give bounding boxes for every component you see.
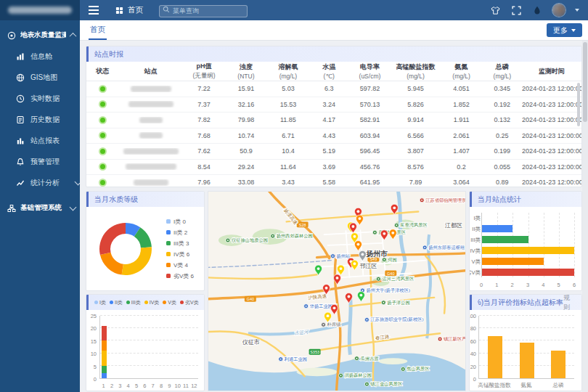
legend-label: I类 0 [173,218,186,226]
gridline [100,327,198,328]
x-tick-label: 1 [495,282,498,288]
sidebar-item-实时数据[interactable]: 实时数据 [0,88,80,109]
svg-text:G40: G40 [387,271,394,276]
sidebar-item-站点报表[interactable]: 站点报表 [0,130,80,151]
segment-II类 [102,373,107,378]
table-row[interactable]: 7.6810.746.714.43603.946.5662.0610.25202… [86,128,581,144]
value-cell: 33.08 [225,179,267,186]
sidebar-collapse-button[interactable] [86,4,105,17]
column-header: 监测时间 [522,67,581,76]
chevron-up-icon [70,33,77,40]
sidebar-item-统计分析[interactable]: 统计分析 [0,172,80,193]
exceed-plot-area [478,316,574,379]
segment-III类 [102,366,107,373]
avatar[interactable] [552,4,565,17]
y-tick-label: 40 [470,351,476,357]
x-tick-label: 2 [110,383,113,389]
value-cell: 0.055 [483,163,523,171]
page-scrollbar[interactable] [582,41,588,392]
value-cell: 7.22 [183,85,225,92]
value-cell: 5.826 [391,101,440,108]
poi-镇江金山风景区[interactable]: 镇江金山风景区 [364,381,402,387]
table-row[interactable]: 8.5429.2411.643.69456.768.5760.20.055202… [86,160,581,176]
column-header: pH值(无量纲) [183,62,225,81]
bar-劣V类[interactable] [482,269,574,276]
sidebar-item-label: 站点报表 [30,136,60,146]
station-cell [118,163,183,170]
bar-V类[interactable] [482,258,544,265]
annual-legend: I类II类III类IV类V类劣V类 [94,299,199,306]
panel-title: 当月评价指标站点超标率(%) [478,298,563,308]
station-cell [118,148,183,155]
table-row[interactable]: 7.2215.915.036.3597.825.9454.0510.345202… [86,81,581,97]
bar-总磷[interactable] [551,351,565,378]
flame-icon[interactable] [531,4,543,16]
value-cell: 7.37 [183,101,225,108]
value-cell: 7.82 [183,116,225,123]
poi-运河三湾风景区[interactable]: 运河三湾风景区 [376,276,414,282]
map-panel[interactable]: G40G40S28S49S353 茱萸湾风景区唐子城风景区扬州东部客运枢纽扬州西… [208,191,466,391]
value-cell: 0.25 [483,132,523,139]
exceed-rate-bar-chart: 020406080100高锰酸盐指数氨氮总磷 [470,310,581,391]
table-row[interactable]: 7.9633.083.435.58641.957.893.0640.892024… [86,175,581,187]
x-tick-label: 3 [118,383,121,389]
sidebar-item-label: GIS地图 [30,73,57,83]
donut-slice-V类[interactable] [100,252,123,274]
bar-氨氮[interactable] [520,343,534,378]
segment-V类 [102,340,107,351]
poi-扬州东部客运枢纽[interactable]: 扬州东部客运枢纽 [422,245,465,250]
sidebar-group-1[interactable]: 基础管理系统 [0,193,80,219]
legend-label: IV类 [150,299,160,306]
caret-down-icon[interactable] [575,9,579,12]
poi-扬州站[interactable]: 扬州站 [331,253,351,259]
road-shield-S28: S28 [297,221,309,227]
panel-title: 当月水质等级 [94,195,138,205]
theme-shirt-icon[interactable] [489,4,501,16]
value-cell: 2.061 [441,132,483,139]
table-header-row: 状态站点pH值(无量纲)浊度(NTU)溶解氧(mg/L)水温(℃)电导率(uS/… [86,62,581,81]
status-dot-normal [99,131,107,139]
column-header: 总磷(mg/L) [483,62,523,80]
sidebar-group-label: 地表水质量监测系统 [20,30,66,40]
poi-江苏省邵伯闸管理所[interactable]: 江苏省邵伯闸管理所 [420,197,465,203]
x-tick-label: 3 [526,282,529,288]
donut-slice-劣V类[interactable] [99,223,126,255]
poi-扬州大学(扬子津校区)[interactable]: 扬州大学(扬子津校区) [360,287,410,293]
value-cell: 6.566 [391,132,440,139]
bar-II类[interactable] [482,225,513,232]
legend-dot [110,301,113,304]
poi-江苏旅游职业学院(新校区)[interactable]: 江苏旅游职业学院(新校区) [364,317,423,322]
donut-slice-IV类[interactable] [122,247,152,275]
fullscreen-icon[interactable] [510,4,522,16]
search-input[interactable] [159,5,248,17]
value-cell: 32.16 [225,101,267,108]
poi-朴席镇[interactable]: 朴席镇 [322,322,342,327]
city-map[interactable]: G40G40S28S49S353 茱萸湾风景区唐子城风景区扬州东部客运枢纽扬州西… [208,192,465,391]
sidebar-item-历史数据[interactable]: 历史数据 [0,109,80,130]
table-scrollbar[interactable] [577,83,580,126]
rules-link[interactable]: 规则 [563,294,576,312]
value-cell: 7.96 [183,179,225,186]
sidebar-group-0[interactable]: 地表水质量监测系统 [0,20,80,46]
tab-home[interactable]: 首页 [89,20,107,40]
poi-仪征捺山地质公园[interactable]: 仪征捺山地质公园 [226,237,268,243]
gridline [479,315,574,316]
table-row[interactable]: 7.6250.910.45.19596.453.8071.4070.199202… [86,144,581,160]
bar-IV类[interactable] [482,247,574,254]
table-row[interactable]: 7.3732.1615.533.24570.135.8261.8520.1922… [86,97,581,113]
legend-label: II类 2 [173,229,187,237]
sidebar-item-GIS地图[interactable]: GIS地图 [0,67,80,88]
sidebar-item-预警管理[interactable]: 预警管理 [0,151,80,172]
value-cell: 0.132 [483,116,523,123]
segment-劣V类 [102,326,107,341]
bar-III类[interactable] [482,236,528,243]
poi-扬州西郊森林公园[interactable]: 扬州西郊森林公园 [271,233,313,239]
station-name-redacted [134,179,168,186]
legend-item-II类: II类 [110,299,123,306]
sidebar-item-信息舱[interactable]: 信息舱 [0,46,80,67]
bar-高锰酸盐指数[interactable] [488,336,502,378]
breadcrumb[interactable]: 首页 [115,5,143,15]
stacked-bar-month-1[interactable] [102,316,107,378]
more-button[interactable]: 更多 [547,23,582,37]
table-row[interactable]: 7.8279.9811.854.17582.919.9141.9110.1322… [86,113,581,128]
